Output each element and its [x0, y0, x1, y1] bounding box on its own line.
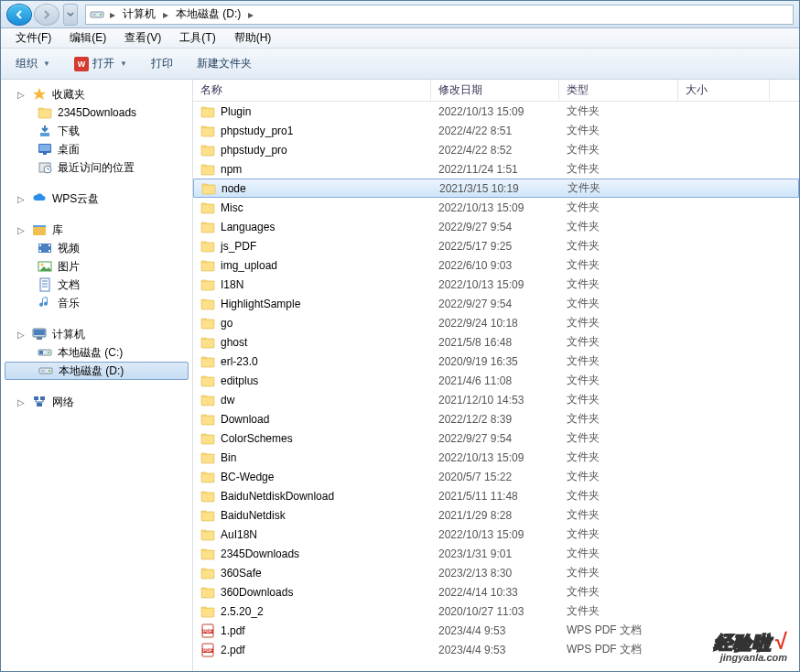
file-date: 2022/9/27 9:54	[431, 298, 559, 310]
nav-history-dropdown[interactable]	[63, 4, 78, 26]
folder-icon	[200, 508, 215, 523]
sidebar-item[interactable]: 音乐	[1, 294, 192, 312]
menu-edit[interactable]: 编辑(E)	[62, 28, 114, 48]
file-row[interactable]: BaiduNetdisk2021/1/29 8:28文件夹	[193, 505, 799, 525]
file-type: 文件夹	[559, 296, 678, 311]
file-row[interactable]: AuI18N2022/10/13 15:09文件夹	[193, 525, 799, 544]
expand-icon[interactable]: ▷	[16, 90, 27, 100]
file-type: 文件夹	[559, 450, 678, 465]
breadcrumb-sep[interactable]: ▸	[246, 8, 255, 21]
file-name-cell: 2.pdf	[193, 643, 431, 657]
sidebar-item[interactable]: 下载	[1, 122, 192, 140]
file-row[interactable]: Plugin2022/10/13 15:09文件夹	[193, 102, 799, 121]
sidebar-network[interactable]: ▷ 网络	[1, 393, 192, 411]
file-row[interactable]: 360Downloads2022/4/14 10:33文件夹	[193, 582, 799, 602]
expand-icon[interactable]: ▷	[16, 330, 27, 340]
folder-icon	[200, 547, 215, 561]
file-row[interactable]: Download2022/12/2 8:39文件夹	[193, 409, 799, 428]
forward-button[interactable]	[34, 4, 59, 26]
file-row[interactable]: 2.pdf2023/4/4 9:53WPS PDF 文档	[193, 640, 799, 659]
file-type: 文件夹	[559, 315, 678, 331]
breadcrumb-sep[interactable]: ▸	[161, 8, 170, 21]
menu-tools[interactable]: 工具(T)	[172, 28, 222, 48]
file-row[interactable]: I18N2022/10/13 15:09文件夹	[193, 275, 799, 294]
file-name-cell: 1.pdf	[193, 623, 431, 638]
file-row[interactable]: ghost2021/5/8 16:48文件夹	[193, 332, 799, 352]
menu-view[interactable]: 查看(V)	[117, 28, 168, 48]
back-button[interactable]	[6, 4, 32, 26]
file-name: Misc	[221, 201, 243, 214]
column-type[interactable]: 类型	[559, 80, 678, 101]
file-row[interactable]: erl-23.02020/9/19 16:35文件夹	[193, 352, 799, 371]
file-date: 2023/4/4 9:53	[431, 644, 559, 656]
file-date: 2022/4/14 10:33	[431, 586, 559, 599]
column-date[interactable]: 修改日期	[431, 80, 559, 101]
address-bar[interactable]: ▸ 计算机 ▸ 本地磁盘 (D:) ▸	[85, 5, 794, 25]
file-row[interactable]: dw2021/12/10 14:53文件夹	[193, 390, 799, 409]
sidebar-item[interactable]: 本地磁盘 (C:)	[1, 343, 192, 362]
file-row[interactable]: phpstudy_pro12022/4/22 8:51文件夹	[193, 121, 799, 140]
sidebar-libraries[interactable]: ▷ 库	[1, 221, 192, 239]
file-row[interactable]: editplus2021/4/6 11:08文件夹	[193, 371, 799, 390]
file-row[interactable]: node2021/3/15 10:19文件夹	[193, 179, 799, 198]
menu-help[interactable]: 帮助(H)	[227, 28, 279, 48]
file-name: BaiduNetdiskDownload	[221, 490, 334, 503]
file-name-cell: dw	[193, 393, 431, 407]
breadcrumb-drive[interactable]: 本地磁盘 (D:)	[172, 5, 244, 24]
file-type: 文件夹	[559, 200, 678, 215]
file-row[interactable]: npm2022/11/24 1:51文件夹	[193, 159, 799, 179]
expand-icon[interactable]: ▷	[16, 225, 27, 235]
file-row[interactable]: Bin2022/10/13 15:09文件夹	[193, 448, 799, 467]
open-button[interactable]: W 打开 ▼	[69, 52, 133, 75]
breadcrumb-sep[interactable]: ▸	[108, 8, 117, 21]
file-name-cell: npm	[193, 162, 431, 177]
file-name-cell: 2.5.20_2	[193, 604, 431, 619]
file-date: 2022/4/22 8:51	[431, 125, 559, 137]
sidebar-wps-cloud[interactable]: ▷ WPS云盘	[1, 190, 192, 208]
folder-icon	[200, 335, 215, 350]
sidebar-item[interactable]: 桌面	[1, 140, 192, 158]
file-row[interactable]: BaiduNetdiskDownload2021/5/11 11:48文件夹	[193, 486, 799, 505]
file-row[interactable]: Misc2022/10/13 15:09文件夹	[193, 198, 799, 217]
file-row[interactable]: phpstudy_pro2022/4/22 8:52文件夹	[193, 140, 799, 159]
sidebar-item[interactable]: 图片	[1, 257, 192, 276]
column-name[interactable]: 名称	[193, 80, 431, 101]
sidebar-computer[interactable]: ▷ 计算机	[1, 325, 192, 343]
file-row[interactable]: js_PDF2022/5/17 9:25文件夹	[193, 236, 799, 255]
file-type: 文件夹	[559, 584, 678, 600]
menu-file[interactable]: 文件(F)	[8, 28, 59, 48]
expand-icon[interactable]: ▷	[16, 397, 27, 407]
tree-libraries: ▷ 库 视频图片文档音乐	[1, 221, 192, 312]
print-button[interactable]: 打印	[146, 52, 178, 75]
organize-button[interactable]: 组织 ▼	[10, 52, 56, 75]
file-row[interactable]: 360Safe2023/2/13 8:30文件夹	[193, 563, 799, 582]
file-list[interactable]: Plugin2022/10/13 15:09文件夹phpstudy_pro120…	[193, 102, 799, 671]
file-row[interactable]: 2345Downloads2023/1/31 9:01文件夹	[193, 544, 799, 563]
sidebar-item[interactable]: 视频	[1, 239, 192, 257]
file-row[interactable]: 2.5.20_22020/10/27 11:03文件夹	[193, 602, 799, 621]
file-row[interactable]: 1.pdf2023/4/4 9:53WPS PDF 文档	[193, 621, 799, 640]
column-size[interactable]: 大小	[678, 80, 770, 101]
breadcrumb-computer[interactable]: 计算机	[119, 5, 159, 24]
file-name-cell: 2345Downloads	[193, 547, 431, 561]
sidebar-item[interactable]: 2345Downloads	[1, 103, 192, 122]
file-row[interactable]: ColorSchemes2022/9/27 9:54文件夹	[193, 428, 799, 448]
file-name-cell: js_PDF	[193, 239, 431, 254]
sidebar-item[interactable]: 文档	[1, 276, 192, 294]
file-row[interactable]: go2022/9/24 10:18文件夹	[193, 313, 799, 332]
file-row[interactable]: BC-Wedge2020/5/7 15:22文件夹	[193, 467, 799, 486]
sidebar-favorites[interactable]: ▷ 收藏夹	[1, 85, 192, 103]
sidebar-item-label: 桌面	[58, 142, 80, 157]
expand-icon[interactable]: ▷	[16, 194, 27, 204]
folder-icon	[200, 470, 215, 484]
file-date: 2022/10/13 15:09	[431, 451, 559, 464]
file-row[interactable]: img_upload2022/6/10 9:03文件夹	[193, 255, 799, 275]
file-date: 2022/9/24 10:18	[431, 317, 559, 330]
file-name: Languages	[221, 221, 275, 233]
sidebar-item[interactable]: 本地磁盘 (D:)	[5, 362, 189, 380]
file-row[interactable]: Languages2022/9/27 9:54文件夹	[193, 217, 799, 236]
file-row[interactable]: HighlightSample2022/9/27 9:54文件夹	[193, 294, 799, 313]
sidebar-item[interactable]: 最近访问的位置	[1, 158, 192, 177]
file-date: 2023/4/4 9:53	[431, 624, 559, 637]
new-folder-button[interactable]: 新建文件夹	[191, 52, 257, 75]
